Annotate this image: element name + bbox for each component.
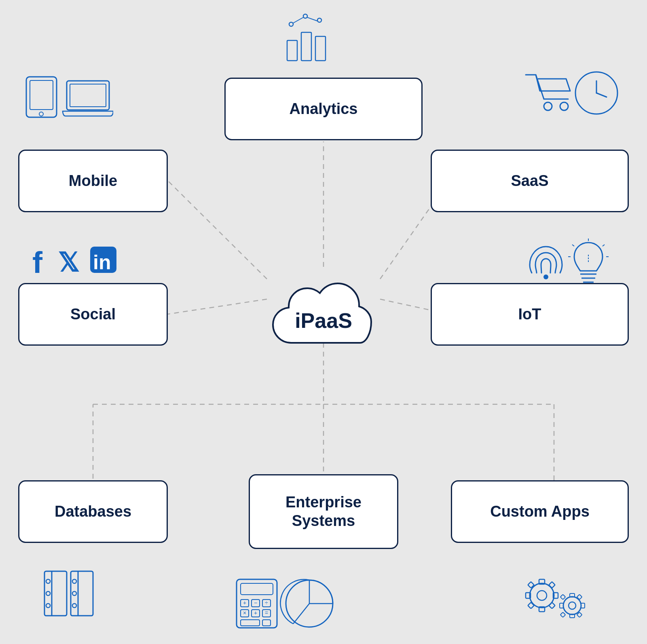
mobile-box: Mobile	[18, 150, 168, 212]
svg-point-83	[563, 597, 581, 614]
svg-point-47	[46, 604, 50, 608]
svg-rect-22	[67, 81, 109, 110]
svg-point-11	[289, 22, 293, 26]
saas-icon	[522, 71, 623, 119]
svg-text:+: +	[243, 600, 246, 606]
iot-label: IoT	[518, 305, 541, 324]
custom-apps-icon	[514, 569, 594, 622]
custom-apps-label: Custom Apps	[490, 503, 590, 521]
svg-point-50	[72, 579, 76, 583]
saas-label: SaaS	[511, 172, 549, 190]
mobile-icon	[24, 75, 113, 123]
saas-box: SaaS	[431, 150, 629, 212]
social-label: Social	[70, 305, 116, 324]
svg-rect-62	[262, 620, 271, 626]
analytics-box: Analytics	[224, 78, 423, 140]
svg-line-39	[603, 245, 605, 246]
svg-text:+: +	[254, 610, 257, 616]
svg-rect-23	[70, 84, 106, 107]
svg-text:−: −	[254, 600, 257, 606]
social-icon: f 𝕏 in	[30, 243, 119, 279]
svg-text:f: f	[32, 245, 43, 279]
svg-text:in: in	[93, 251, 111, 274]
social-icon-group: f 𝕏 in	[30, 243, 119, 279]
ipaas-center: iPaaS	[263, 280, 384, 361]
svg-rect-17	[301, 32, 311, 61]
iot-icon-group	[510, 239, 615, 287]
svg-line-28	[596, 93, 607, 97]
svg-point-12	[303, 14, 307, 18]
svg-point-84	[569, 602, 576, 609]
svg-line-3	[168, 299, 267, 314]
saas-icon-group	[522, 71, 623, 119]
svg-line-72	[293, 604, 309, 624]
svg-point-45	[46, 579, 50, 583]
svg-point-20	[39, 112, 43, 116]
svg-rect-54	[241, 583, 273, 595]
svg-point-46	[46, 591, 50, 595]
databases-box: Databases	[18, 480, 168, 543]
svg-point-24	[544, 102, 552, 110]
svg-rect-89	[560, 594, 566, 600]
social-box: Social	[18, 283, 168, 346]
svg-text:×: ×	[243, 610, 246, 616]
enterprise-icon: + − ÷ × + =	[235, 577, 336, 630]
databases-icon-group	[40, 569, 121, 622]
analytics-label: Analytics	[290, 100, 358, 118]
svg-point-51	[72, 591, 76, 595]
databases-icon	[40, 569, 121, 622]
svg-point-25	[560, 102, 568, 110]
svg-text:𝕏: 𝕏	[58, 248, 79, 277]
enterprise-box: EnterpriseSystems	[249, 474, 398, 549]
svg-text:=: =	[265, 610, 268, 616]
iot-icon	[510, 239, 615, 287]
svg-rect-82	[549, 602, 555, 609]
svg-line-15	[307, 17, 317, 21]
custom-apps-icon-group	[514, 569, 594, 622]
svg-rect-61	[241, 620, 260, 626]
analytics-icon	[283, 12, 332, 65]
iot-box: IoT	[431, 283, 629, 346]
svg-point-74	[537, 591, 547, 600]
mobile-label: Mobile	[69, 172, 117, 190]
svg-line-14	[293, 17, 303, 23]
svg-rect-19	[26, 77, 57, 117]
mobile-icon-group	[24, 75, 113, 123]
svg-line-1	[168, 181, 267, 279]
svg-rect-43	[44, 571, 67, 616]
svg-point-13	[317, 18, 321, 22]
diagram-container: .dash-line { stroke: #aaaaaa; stroke-wid…	[0, 0, 647, 644]
analytics-icon-group	[283, 12, 332, 65]
svg-line-41	[572, 245, 574, 246]
svg-rect-91	[560, 612, 566, 617]
enterprise-label: EnterpriseSystems	[285, 493, 362, 530]
svg-rect-21	[30, 80, 53, 110]
svg-point-52	[72, 604, 76, 608]
svg-point-33	[543, 274, 548, 279]
svg-rect-48	[71, 571, 93, 616]
enterprise-icon-group: + − ÷ × + =	[235, 577, 336, 630]
svg-rect-16	[287, 40, 297, 61]
databases-label: Databases	[55, 503, 131, 521]
ipaas-label: iPaaS	[295, 308, 352, 333]
svg-text:÷: ÷	[265, 600, 268, 606]
custom-apps-box: Custom Apps	[451, 480, 629, 543]
svg-rect-18	[315, 36, 326, 61]
